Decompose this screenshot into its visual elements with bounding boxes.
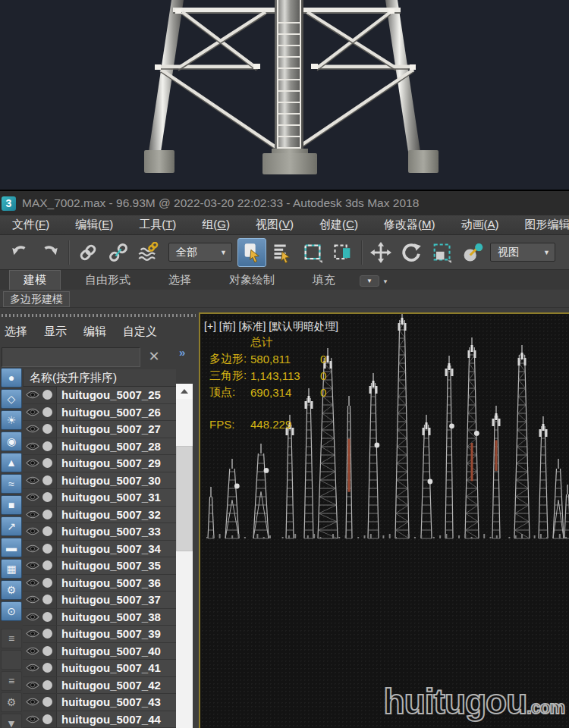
ribbon-tab[interactable]: 自由形式 [71, 271, 144, 290]
menu-item[interactable]: 工具(T) [131, 218, 184, 232]
display-geometry-icon[interactable]: ● [1, 368, 22, 388]
object-name[interactable]: huitugou_5007_37 [56, 592, 176, 608]
display-bones-icon[interactable]: ▬ [1, 538, 22, 557]
object-list-row[interactable]: huitugou_5007_25 [23, 387, 176, 404]
object-list-row[interactable]: huitugou_5007_29 [23, 455, 176, 472]
visibility-eye-icon[interactable] [23, 715, 42, 723]
visibility-eye-icon[interactable] [23, 510, 42, 519]
object-list-row[interactable]: huitugou_5007_42 [23, 677, 176, 695]
visibility-eye-icon[interactable] [23, 681, 42, 689]
select-and-scale-button[interactable] [427, 238, 456, 267]
clear-search-icon[interactable]: ✕ [146, 348, 162, 365]
explorer-menu-item[interactable]: 显示 [44, 325, 67, 339]
scroll-up-arrow-icon[interactable] [176, 384, 193, 399]
window-crossing-toggle[interactable] [329, 238, 357, 267]
undo-icon[interactable] [5, 238, 34, 267]
visibility-eye-icon[interactable] [23, 664, 42, 672]
visibility-eye-icon[interactable] [23, 561, 42, 570]
select-by-name-button[interactable] [268, 238, 297, 267]
chevron-down-icon[interactable]: ▼ [382, 278, 388, 285]
visibility-eye-icon[interactable] [23, 408, 42, 416]
visibility-eye-icon[interactable] [23, 595, 42, 604]
object-list-row[interactable]: huitugou_5007_33 [23, 523, 176, 541]
menu-item[interactable]: 组(G) [194, 218, 237, 232]
object-name[interactable]: huitugou_5007_44 [56, 711, 176, 728]
object-name[interactable]: huitugou_5007_41 [56, 660, 176, 676]
object-name[interactable]: huitugou_5007_26 [56, 404, 176, 421]
object-name[interactable]: huitugou_5007_30 [56, 472, 176, 489]
object-list-row[interactable]: huitugou_5007_35 [23, 557, 176, 575]
select-object-button[interactable] [237, 238, 266, 267]
ribbon-tab[interactable]: 对象绘制 [215, 271, 288, 290]
display-gears-icon[interactable]: ⚙ [1, 580, 22, 600]
rectangular-selection-region-button[interactable] [298, 238, 327, 267]
visibility-eye-icon[interactable] [23, 613, 42, 621]
name-column-header[interactable]: 名称(按升序排序) [23, 369, 176, 387]
menu-item[interactable]: 图形编辑器 [517, 218, 569, 232]
object-list-row[interactable]: huitugou_5007_44 [23, 711, 176, 728]
menu-item[interactable]: 文件(F) [5, 218, 57, 232]
visibility-eye-icon[interactable] [23, 698, 42, 706]
menu-item[interactable]: 动画(A) [453, 218, 506, 232]
object-name[interactable]: huitugou_5007_34 [56, 541, 176, 557]
visibility-eye-icon[interactable] [23, 442, 42, 450]
object-name[interactable]: huitugou_5007_31 [56, 489, 176, 506]
display-cameras-icon[interactable]: ◉ [1, 431, 22, 451]
reference-coordsys-dropdown[interactable]: 视图 ▼ [490, 243, 555, 262]
visibility-eye-icon[interactable] [23, 544, 42, 553]
visibility-eye-icon[interactable] [23, 391, 42, 399]
display-hidden-eye-icon[interactable]: ⊙ [1, 601, 22, 621]
ribbon-tab[interactable]: 选择 [155, 271, 205, 290]
display-shapes-icon[interactable]: ◇ [1, 389, 22, 409]
visibility-eye-icon[interactable] [23, 476, 42, 485]
object-name[interactable]: huitugou_5007_35 [56, 557, 176, 574]
select-and-move-button[interactable] [366, 238, 395, 267]
display-helpers-icon[interactable]: ▲ [1, 453, 22, 472]
object-list-row[interactable]: huitugou_5007_28 [23, 438, 176, 456]
display-containers-icon[interactable]: ▦ [1, 559, 22, 579]
object-list-row[interactable]: huitugou_5007_36 [23, 575, 176, 592]
object-name[interactable]: huitugou_5007_38 [56, 609, 176, 626]
object-list-row[interactable]: huitugou_5007_32 [23, 507, 176, 524]
ribbon-minimize-dropdown-icon[interactable]: ▼ [360, 275, 379, 287]
active-viewport[interactable]: [+] [前] [标准] [默认明暗处理] 总计 多边形:580,8110三角形… [199, 312, 569, 728]
visibility-eye-icon[interactable] [23, 527, 42, 535]
object-list-row[interactable]: huitugou_5007_30 [23, 472, 176, 490]
object-name[interactable]: huitugou_5007_28 [56, 438, 176, 455]
display-spacewarps-icon[interactable]: ≈ [1, 474, 22, 494]
reference-coordinate-system-icon[interactable] [457, 238, 486, 267]
viewport-label[interactable]: [+] [前] [标准] [默认明暗处理] [204, 320, 338, 334]
object-list-row[interactable]: huitugou_5007_39 [23, 626, 176, 643]
explorer-menu-item[interactable]: 自定义 [123, 325, 157, 339]
selection-filter-dropdown[interactable]: 全部 ▼ [168, 243, 232, 262]
explorer-menu-item[interactable]: 编辑 [83, 325, 106, 339]
visibility-eye-icon[interactable] [23, 459, 42, 467]
display-lights-icon[interactable]: ☀ [1, 410, 22, 430]
object-name[interactable]: huitugou_5007_27 [56, 421, 176, 438]
filter-funnel-icon[interactable]: ▼ [1, 714, 22, 728]
ribbon-tab[interactable]: 建模 [9, 270, 61, 290]
object-list-row[interactable]: huitugou_5007_37 [23, 592, 176, 609]
object-name[interactable]: huitugou_5007_25 [56, 387, 176, 403]
object-name[interactable]: huitugou_5007_36 [56, 575, 176, 592]
object-list-row[interactable]: huitugou_5007_40 [23, 643, 176, 661]
menu-item[interactable]: 修改器(M) [376, 218, 443, 232]
object-name[interactable]: huitugou_5007_43 [56, 694, 176, 711]
object-list-row[interactable]: huitugou_5007_27 [23, 421, 176, 438]
menu-item[interactable]: 创建(C) [312, 218, 366, 232]
scrollbar-thumb[interactable] [176, 446, 193, 551]
blank-icon[interactable] [1, 650, 22, 670]
object-list-row[interactable]: huitugou_5007_41 [23, 660, 176, 677]
object-name[interactable]: huitugou_5007_42 [56, 677, 176, 694]
select-and-link-icon[interactable] [74, 238, 102, 267]
object-name[interactable]: huitugou_5007_40 [56, 643, 176, 660]
menu-item[interactable]: 视图(V) [248, 218, 301, 232]
select-and-rotate-button[interactable] [397, 238, 426, 267]
object-name[interactable]: huitugou_5007_29 [56, 455, 176, 472]
polygon-modeling-panel-label[interactable]: 多边形建模 [3, 291, 70, 307]
expand-chevrons-icon[interactable]: » [179, 346, 184, 359]
settings-gear-icon[interactable]: ⚙ [1, 692, 22, 712]
detail-view-icon[interactable]: ≡ [1, 671, 22, 691]
object-list-row[interactable]: huitugou_5007_38 [23, 609, 176, 626]
visibility-eye-icon[interactable] [23, 647, 42, 655]
